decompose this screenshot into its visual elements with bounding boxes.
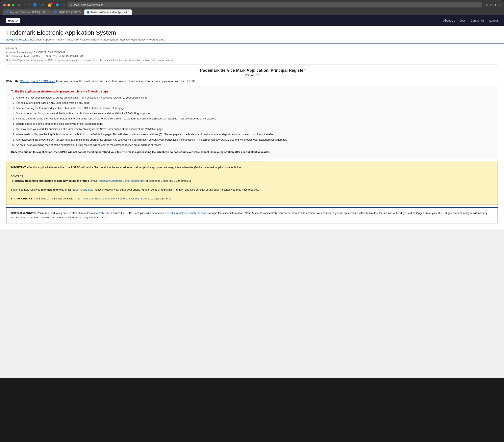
contact-section: CONTACT:	[11, 174, 493, 179]
status-suffix: 7-10 days after filing.	[147, 197, 172, 200]
pto-info: PTO-1478 Approved for use through 09/30/…	[6, 47, 498, 65]
status-prefix: The status of the filing is available in…	[34, 197, 81, 200]
browser-tab-2[interactable]: 🔵 Trademark/Service Mark Application, Pr…	[84, 9, 132, 15]
instructions-box: To file the application electronically, …	[6, 86, 498, 158]
contact-bold: general trademark information or help na…	[15, 179, 89, 182]
browser-titlebar: ⊞ ‹ › 🔵 🛡 🔔1 🔷 ⌂ 🔒 teas.uspto.gov/forms/…	[3, 2, 501, 7]
instruction-step-4: Once in the actual form, complete all fi…	[16, 111, 493, 116]
contact-label: CONTACT:	[11, 175, 24, 178]
minimize-button[interactable]	[7, 4, 10, 6]
browser-tab-0[interactable]: 🔵 Log in to TEAS and TEASI | USPTO	[3, 9, 52, 15]
uspto-logo[interactable]: uspto	[6, 18, 20, 23]
instruction-step-10: An email acknowledging receipt of the su…	[16, 143, 493, 147]
address-bar[interactable]: 🔒 teas.uspto.gov/forms/bas	[68, 2, 482, 7]
instruction-step-2: For help at any point, click on any unde…	[16, 101, 493, 105]
tab-favicon-2: 🔵	[87, 11, 90, 14]
main-content: PTO-1478 Approved for use through 09/30/…	[0, 44, 504, 229]
refresh-icon[interactable]: ↻	[486, 3, 488, 7]
instruction-step-4-text: Once in the actual form, complete all fi…	[16, 112, 73, 115]
status-check-info: STATUS CHECKS: The status of the filing …	[11, 196, 493, 201]
url-text: teas.uspto.gov/forms/bas	[74, 3, 103, 6]
form-title: Trademark/Service Mark Application, Prin…	[6, 68, 498, 73]
inactivity-link[interactable]: inactivity	[94, 212, 104, 215]
pto-form-number: PTO-1478	[6, 47, 498, 51]
tab-list-button[interactable]: ⊞	[17, 3, 21, 7]
security-link[interactable]: mandatory federal information security s…	[152, 212, 208, 215]
timeout-middle: . This ensures the USPTO complies with	[104, 212, 152, 215]
contact-suffix: , or telephone 1-800-786-9199 (press 1).	[144, 179, 192, 182]
timeout-label: TIMEOUT WARNING:	[11, 212, 36, 215]
extension-icon-1: 🔵	[32, 3, 38, 7]
tmin-suffix: for an overview of the most important is…	[55, 80, 196, 83]
important-box: IMPORTANT: After this application is sub…	[6, 162, 498, 204]
tmin-link[interactable]: "Before you file" TMIN video	[20, 80, 55, 83]
tab-favicon-0: 🔵	[6, 11, 9, 14]
notification-icon[interactable]: 🔔1	[47, 3, 53, 7]
tab-label-0: Log in to TEAS and TEASI | USPTO	[10, 11, 49, 14]
new-tab-icon[interactable]: ⧉	[499, 3, 501, 7]
contact-middle: , email	[89, 179, 97, 182]
browser-tab-1[interactable]: 🔵 MyUSPTO | USPTO	[52, 9, 83, 15]
close-button[interactable]	[3, 4, 6, 6]
top-nav-links: About Us Jobs Contact Us Logout	[443, 19, 498, 22]
instruction-step-8: When ready to file, use the Pay/Submit b…	[16, 132, 493, 136]
status-label: STATUS CHECKS:	[11, 197, 33, 200]
teas-email-link[interactable]: TEAS@uspto.gov	[72, 188, 92, 191]
instruction-step-3: After answering the first wizard questio…	[16, 106, 493, 110]
back-button[interactable]: ‹	[23, 3, 25, 7]
glitch-middle: , email	[63, 188, 72, 191]
browser-actions: ↻ ⊙ ⬆ ⧉	[486, 3, 501, 7]
pto-dept: U.S. Patent and Trademark Office; U.S. D…	[6, 54, 498, 58]
traffic-lights	[3, 4, 15, 6]
important-body: After this application is submitted, the…	[27, 166, 242, 169]
nav-link-about[interactable]: About Us	[443, 19, 455, 22]
instruction-step-5: Validate the form, using the "Validate" …	[16, 117, 493, 121]
instructions-warning: Once you submit this application, the US…	[11, 150, 493, 154]
glitch-info: If you need help resolving technical gli…	[11, 187, 493, 192]
instruction-step-1: Answer the first question below to creat…	[16, 96, 493, 100]
maximize-button[interactable]	[12, 4, 15, 6]
share-icon[interactable]: ⬆	[494, 3, 497, 7]
timeout-text: TIMEOUT WARNING: You're required to log …	[11, 211, 493, 220]
pto-approved: Approved for use through 09/30/2021. OMB…	[6, 51, 498, 54]
important-text: IMPORTANT: After this application is sub…	[11, 165, 493, 170]
timeout-box: TIMEOUT WARNING: You're required to log …	[6, 207, 498, 223]
form-version: Version 7.7	[6, 73, 498, 77]
breadcrumb-nav-history[interactable]: Navigation History	[6, 38, 27, 41]
lock-icon: 🔒	[70, 4, 73, 6]
tac-email-link[interactable]: TrademarkAssistanceCenter@uspto.gov	[97, 179, 144, 182]
tsdr-link[interactable]: Trademark Status & Document Retrieval Sy…	[81, 197, 147, 200]
glitch-bold: technical glitches	[41, 188, 63, 191]
breadcrumb-separator-0: : Instruction > Applicant > Mark > Goods…	[28, 38, 165, 41]
tab-label-2: Trademark/Service Mark Application, Prin…	[91, 11, 129, 14]
instruction-step-7: You may save your work for submission at…	[16, 127, 493, 131]
nav-link-jobs[interactable]: Jobs	[460, 19, 466, 22]
instruction-step-6: Double-check all entries through the lin…	[16, 122, 493, 126]
page-title: Trademark Electronic Application System	[6, 29, 498, 36]
browser-window: ⊞ ‹ › 🔵 🛡 🔔1 🔷 ⌂ 🔒 teas.uspto.gov/forms/…	[0, 0, 504, 15]
contact-prefix: For	[11, 179, 15, 182]
instructions-title: To file the application electronically, …	[11, 90, 493, 93]
breadcrumb: Navigation History : Instruction > Appli…	[6, 38, 498, 41]
download-icon[interactable]: ⊙	[490, 3, 493, 7]
instruction-step-9: After accessing the proper screen for pa…	[16, 137, 493, 142]
important-label: IMPORTANT:	[11, 166, 26, 169]
tab-label-1: MyUSPTO | USPTO	[59, 11, 81, 14]
home-button[interactable]: ⌂	[62, 3, 66, 7]
page-header: Trademark Electronic Application System …	[0, 26, 504, 44]
extension-icon-3: 🔷	[54, 3, 60, 7]
tmin-notice: Watch the "Before you file" TMIN video f…	[6, 80, 498, 83]
instructions-list: Answer the first question below to creat…	[11, 96, 493, 147]
timeout-prefix: You're required to log back in after 30 …	[37, 212, 94, 215]
glitch-prefix: If you need help resolving	[11, 188, 41, 191]
tab-favicon-1: 🔵	[55, 11, 58, 14]
glitch-suffix: . Please include in your email your phon…	[92, 188, 259, 191]
forward-button[interactable]: ›	[27, 3, 30, 7]
form-title-section: Trademark/Service Mark Application, Prin…	[6, 68, 498, 73]
instruction-step-4-suffix: symbol, since they are mandatory fields …	[75, 112, 151, 115]
extension-icon-2: 🛡	[40, 3, 45, 7]
nav-link-logout[interactable]: Logout	[489, 19, 498, 22]
pto-notice: Under the Paperwork Reduction Act of 199…	[6, 58, 498, 62]
nav-link-contact[interactable]: Contact Us	[470, 19, 485, 22]
tmin-prefix: Watch the	[6, 80, 20, 83]
